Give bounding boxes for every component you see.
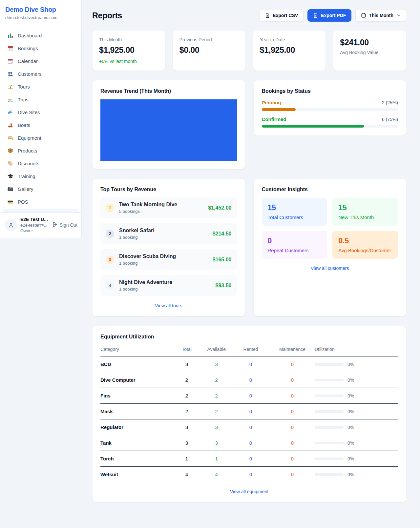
sidebar-item-label: Dive Sites [18, 110, 40, 115]
sidebar-item-pos[interactable]: POS [3, 195, 79, 208]
utilization-bar-track [315, 395, 344, 397]
equipment-available: 1 [201, 451, 231, 467]
export-pdf-button[interactable]: Export PDF [307, 9, 351, 22]
sidebar-item-customers[interactable]: Customers [3, 68, 79, 80]
utilization-bar-track [315, 426, 344, 429]
sidebar-item-reports-active[interactable] [3, 209, 79, 213]
island-icon [7, 84, 13, 90]
insight-value: 15 [338, 203, 392, 212]
equipment-maintenance: 0 [270, 388, 315, 404]
view-all-customers-link[interactable]: View all customers [262, 266, 398, 271]
status-label: Pending [262, 100, 281, 105]
equipment-rented: 0 [231, 356, 270, 372]
equipment-category: Torch [100, 451, 172, 467]
sidebar-item-bookings[interactable]: 17Bookings [3, 42, 79, 55]
user-email: e2e-tester@... [20, 223, 49, 228]
sidebar-item-dive-sites[interactable]: Dive Sites [3, 106, 79, 119]
stat-label: Year to Date [260, 37, 319, 42]
tour-name: Snorkel Safari [119, 228, 155, 234]
status-count: 2 (25%) [382, 100, 398, 105]
sidebar-item-label: Tours [18, 84, 30, 90]
sidebar-item-calendar[interactable]: Calendar [3, 55, 79, 68]
insight-label: Repeat Customers [268, 248, 322, 253]
column-header-rented: Rented [231, 344, 270, 356]
tour-bookings: 5 bookings [119, 209, 177, 214]
equipment-total: 3 [172, 356, 202, 372]
stat-card-avg-booking-value: $241.00Avg Booking Value [333, 30, 406, 71]
equipment-available: 2 [201, 372, 231, 388]
stat-value: $1,925.00 [260, 45, 319, 55]
tour-row-1: 1Two Tank Morning Dive5 bookings$1,452.0… [100, 197, 237, 218]
equipment-total: 3 [172, 435, 202, 451]
view-all-tours-link[interactable]: View all tours [100, 303, 237, 308]
header-actions: Export CSV Export PDF This Month [259, 9, 406, 22]
sidebar-item-label: POS [18, 199, 28, 205]
dive-mask-icon [7, 135, 13, 141]
page-header: Reports Export CSV Export PDF [92, 9, 406, 22]
status-label: Confirmed [262, 116, 286, 122]
status-row-pending: Pending2 (25%) [262, 100, 398, 111]
stat-value: $0.00 [179, 45, 239, 55]
equipment-utilization-title: Equipment Utilization [100, 334, 398, 340]
speedboat-icon [7, 96, 13, 103]
sidebar-item-gallery[interactable]: Gallery [3, 183, 79, 195]
sidebar-item-training[interactable]: Training [3, 170, 79, 183]
equipment-rented: 0 [231, 388, 270, 404]
tour-rows: 1Two Tank Morning Dive5 bookings$1,452.0… [100, 197, 237, 296]
utilization-percent: 0% [347, 362, 354, 367]
tour-bookings: 1 booking [119, 235, 155, 240]
equipment-row-dive-computer: Dive Computer22000% [100, 372, 398, 388]
column-header-utilization: Utilization [315, 344, 398, 356]
status-row-confirmed: Confirmed6 (75%) [262, 116, 398, 128]
equipment-category: Tank [100, 435, 172, 451]
sidebar-item-dashboard[interactable]: Dashboard [3, 29, 79, 42]
rank-badge: 1 [106, 204, 114, 212]
insight-tile-total-customers: 15Total Customers [262, 198, 327, 226]
sidebar-item-boats[interactable]: Boats [3, 119, 79, 132]
equipment-total: 2 [172, 388, 202, 404]
view-all-equipment-link[interactable]: View all equipment [100, 489, 398, 494]
app-root: Demo Dive Shop demo.test.divestreams.com… [0, 0, 420, 514]
revenue-trend-title: Revenue Trend (This Month) [100, 88, 237, 94]
sidebar-item-trips[interactable]: Trips [3, 93, 79, 106]
chevron-down-icon [397, 13, 401, 17]
tear-off-calendar-icon [7, 58, 13, 64]
export-csv-button[interactable]: Export CSV [259, 9, 304, 22]
equipment-maintenance: 0 [270, 372, 315, 388]
stat-label: Previous Period [179, 37, 239, 42]
column-header-total: Total [172, 344, 202, 356]
file-download-icon [265, 13, 270, 18]
sidebar-item-tours[interactable]: Tours [3, 80, 79, 93]
sidebar-item-label: Customers [18, 71, 42, 77]
period-selector[interactable]: This Month [355, 9, 406, 22]
sidebar-item-label: Discounts [18, 161, 39, 166]
equipment-row-fins: Fins22000% [100, 388, 398, 404]
sidebar-item-label: Gallery [18, 186, 33, 192]
equipment-utilization: 0% [315, 393, 398, 398]
equipment-available: 4 [201, 467, 231, 482]
sidebar-item-equipment[interactable]: Equipment [3, 132, 79, 144]
stat-value: $241.00 [340, 38, 399, 47]
equipment-total: 1 [172, 451, 202, 467]
equipment-available: 2 [201, 388, 231, 404]
tour-revenue: $1,452.00 [208, 205, 231, 211]
sidebar-item-products[interactable]: Products [3, 144, 79, 157]
equipment-rented: 0 [231, 467, 270, 482]
equipment-total: 3 [172, 419, 202, 435]
wave-icon [7, 109, 13, 115]
graduation-cap-icon [7, 173, 13, 179]
sidebar-item-discounts[interactable]: Discounts [3, 157, 79, 170]
equipment-rented: 0 [231, 404, 270, 419]
sign-out-icon [52, 222, 58, 228]
equipment-row-torch: Torch11000% [100, 451, 398, 467]
sidebar-item-label: Products [18, 148, 37, 153]
tour-info: Two Tank Morning Dive5 bookings [119, 202, 177, 214]
top-tours-card: Top Tours by Revenue 1Two Tank Morning D… [92, 178, 245, 316]
tour-bookings: 1 booking [119, 261, 176, 266]
utilization-bar-track [315, 473, 344, 476]
sign-out-button[interactable]: Sign Out [52, 222, 77, 228]
column-header-available: Available [201, 344, 231, 356]
brand-header: Demo Dive Shop demo.test.divestreams.com [0, 0, 81, 25]
insight-value: 0 [268, 236, 322, 245]
utilization-percent: 0% [347, 409, 354, 414]
